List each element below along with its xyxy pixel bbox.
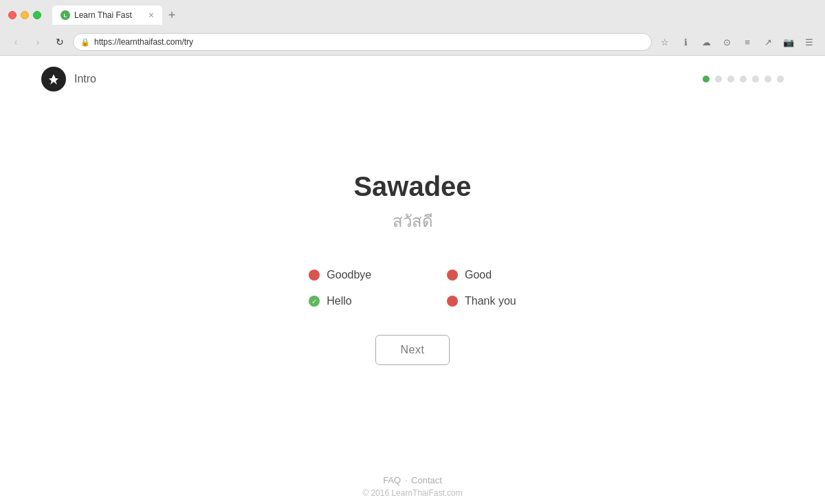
progress-dot-4 xyxy=(740,76,747,83)
answer-option-good[interactable]: Good xyxy=(447,269,516,281)
main-content: Sawadee สวัสดี Goodbye Good ✓ Hello Than… xyxy=(0,102,825,461)
answer-indicator-good xyxy=(447,270,458,281)
quiz-word-thai: สวัสดี xyxy=(393,208,433,234)
svg-marker-0 xyxy=(49,74,58,85)
bookmark-icon[interactable]: ☆ xyxy=(656,33,674,51)
answer-text-good: Good xyxy=(465,269,492,281)
faq-link[interactable]: FAQ xyxy=(383,475,401,485)
tab-title: Learn Thai Fast xyxy=(74,10,132,20)
footer-links: FAQ · Contact xyxy=(14,475,811,485)
answer-option-hello[interactable]: ✓ Hello xyxy=(309,295,378,307)
quiz-word: Sawadee xyxy=(353,171,471,202)
answer-text-thankyou: Thank you xyxy=(465,295,516,307)
browser-toolbar: ‹ › ↻ 🔒 https://learnthaifast.com/try ☆ … xyxy=(0,30,825,55)
app-section-title: Intro xyxy=(74,73,96,85)
toolbar-icons: ☆ ℹ ☁ ⊙ ≡ ↗ 📷 ☰ xyxy=(656,33,818,51)
next-button[interactable]: Next xyxy=(375,335,450,365)
tab-bar: L Learn Thai Fast × + xyxy=(52,6,817,25)
progress-dot-7 xyxy=(777,76,784,83)
page-content: Intro Sawadee สวัสดี Goodbye Good xyxy=(0,56,825,504)
page-footer: FAQ · Contact © 2016 LearnThaiFast.com xyxy=(0,461,825,504)
new-tab-button[interactable]: + xyxy=(162,6,182,25)
traffic-lights xyxy=(8,11,41,19)
progress-dot-2 xyxy=(715,76,722,83)
answer-text-goodbye: Goodbye xyxy=(327,269,371,281)
share-icon[interactable]: ↗ xyxy=(759,33,777,51)
menu-icon[interactable]: ☰ xyxy=(800,33,818,51)
app-header: Intro xyxy=(0,56,825,102)
app-logo: Intro xyxy=(41,67,96,91)
answer-indicator-goodbye xyxy=(309,270,320,281)
ssl-icon: 🔒 xyxy=(80,38,90,47)
answer-text-hello: Hello xyxy=(327,295,351,307)
forward-button[interactable]: › xyxy=(29,33,47,51)
minimize-button[interactable] xyxy=(21,11,29,19)
layers-icon[interactable]: ≡ xyxy=(738,33,756,51)
reader-icon[interactable]: ℹ xyxy=(676,33,694,51)
browser-titlebar: L Learn Thai Fast × + xyxy=(0,0,825,30)
contact-link[interactable]: Contact xyxy=(411,475,442,485)
footer-separator: · xyxy=(405,475,408,485)
progress-dots xyxy=(703,76,784,83)
answer-option-thankyou[interactable]: Thank you xyxy=(447,295,516,307)
camera-icon[interactable]: 📷 xyxy=(780,33,798,51)
pocket-icon[interactable]: ☁ xyxy=(697,33,715,51)
logo-icon xyxy=(41,67,66,91)
back-button[interactable]: ‹ xyxy=(7,33,25,51)
progress-dot-3 xyxy=(727,76,734,83)
tracking-icon[interactable]: ⊙ xyxy=(718,33,736,51)
answer-indicator-hello: ✓ xyxy=(309,296,320,307)
progress-dot-5 xyxy=(752,76,759,83)
footer-copyright: © 2016 LearnThaiFast.com xyxy=(14,488,811,498)
refresh-button[interactable]: ↻ xyxy=(51,33,69,51)
tab-close-button[interactable]: × xyxy=(148,10,154,21)
answer-option-goodbye[interactable]: Goodbye xyxy=(309,269,378,281)
address-bar[interactable]: 🔒 https://learnthaifast.com/try xyxy=(73,33,652,51)
tab-favicon: L xyxy=(60,10,70,20)
browser-tab[interactable]: L Learn Thai Fast × xyxy=(52,6,162,25)
url-text: https://learnthaifast.com/try xyxy=(94,37,644,47)
maximize-button[interactable] xyxy=(33,11,41,19)
answer-grid: Goodbye Good ✓ Hello Thank you xyxy=(309,269,516,307)
progress-dot-1 xyxy=(703,76,710,83)
answer-indicator-thankyou xyxy=(447,296,458,307)
browser-chrome: L Learn Thai Fast × + ‹ › ↻ 🔒 https://le… xyxy=(0,0,825,56)
progress-dot-6 xyxy=(764,76,771,83)
close-button[interactable] xyxy=(8,11,16,19)
